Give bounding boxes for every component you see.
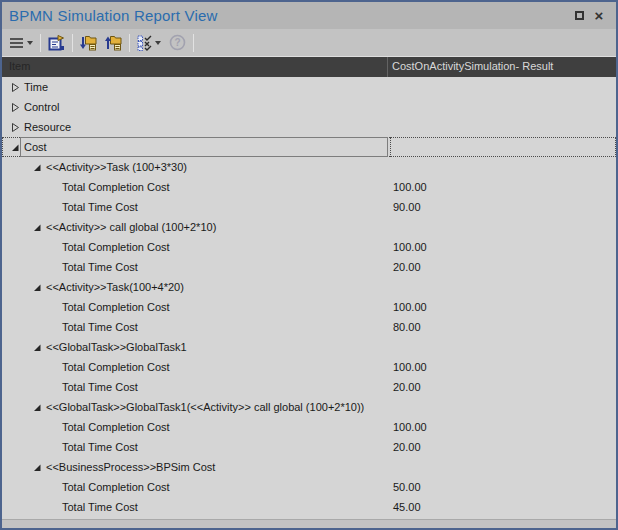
table-row[interactable]: Total Completion Cost100.00 — [2, 297, 616, 317]
toolbar-separator — [193, 34, 194, 52]
arrow-spacer — [47, 201, 59, 213]
column-header-result[interactable]: CostOnActivitySimulation- Result — [388, 57, 616, 77]
arrow-spacer — [47, 181, 59, 193]
row-label: Total Completion Cost — [62, 241, 170, 253]
table-row[interactable]: <<Activity>>Task (100+3*30) — [2, 157, 616, 177]
arrow-spacer — [47, 321, 59, 333]
arrow-spacer — [47, 421, 59, 433]
row-result-value: 100.00 — [393, 237, 427, 257]
row-label: Total Time Cost — [62, 261, 138, 273]
row-label: Total Time Cost — [62, 501, 138, 513]
row-label: <<GlobalTask>>GlobalTask1 — [46, 341, 187, 353]
folder-down-arrow-icon — [80, 35, 97, 51]
arrow-spacer — [47, 501, 59, 513]
row-result-value: 100.00 — [393, 297, 427, 317]
tree-expanded-arrow-icon[interactable] — [31, 461, 43, 473]
row-label: <<GlobalTask>>GlobalTask1(<<Activity>> c… — [46, 401, 364, 413]
arrow-spacer — [47, 241, 59, 253]
row-result-value: 45.00 — [393, 497, 421, 517]
arrow-spacer — [47, 301, 59, 313]
table-row[interactable]: Control — [2, 97, 616, 117]
table-row[interactable]: Total Completion Cost100.00 — [2, 357, 616, 377]
arrow-spacer — [47, 441, 59, 453]
row-label: Total Completion Cost — [62, 361, 170, 373]
table-row[interactable]: Total Time Cost20.00 — [2, 257, 616, 277]
table-row[interactable]: <<Activity>> call global (100+2*10) — [2, 217, 616, 237]
selected-column-divider — [390, 137, 391, 157]
row-label: Total Completion Cost — [62, 421, 170, 433]
menu-button[interactable] — [5, 32, 37, 54]
help-icon: ? — [169, 34, 186, 51]
report-rows: TimeControlResourceCost<<Activity>>Task … — [2, 77, 616, 519]
table-row[interactable]: Cost — [2, 137, 616, 157]
column-header-item[interactable]: Item — [2, 57, 388, 77]
close-button[interactable]: × — [589, 6, 609, 26]
table-row[interactable]: Total Completion Cost50.00 — [2, 477, 616, 497]
arrow-spacer — [47, 481, 59, 493]
checklist-icon — [137, 35, 152, 51]
window-title: BPMN Simulation Report View — [9, 7, 569, 24]
tree-collapsed-arrow-icon[interactable] — [9, 81, 21, 93]
row-label: Total Completion Cost — [62, 181, 170, 193]
row-result-value: 50.00 — [393, 477, 421, 497]
row-label: Total Time Cost — [62, 441, 138, 453]
bottom-strip — [2, 519, 616, 528]
table-row[interactable]: <<GlobalTask>>GlobalTask1(<<Activity>> c… — [2, 397, 616, 417]
toolbar-separator — [129, 34, 130, 52]
row-label: <<BusinessProcess>>BPSim Cost — [46, 461, 215, 473]
hamburger-icon — [9, 37, 24, 49]
row-result-value: 100.00 — [393, 177, 427, 197]
table-row[interactable]: <<GlobalTask>>GlobalTask1 — [2, 337, 616, 357]
row-label: Resource — [24, 121, 71, 133]
row-label: Total Time Cost — [62, 381, 138, 393]
open-simulation-report-button[interactable] — [44, 32, 69, 54]
table-row[interactable]: Total Time Cost90.00 — [2, 197, 616, 217]
tree-expanded-arrow-icon[interactable] — [31, 341, 43, 353]
row-result-value: 100.00 — [393, 357, 427, 377]
table-row[interactable]: Total Completion Cost100.00 — [2, 237, 616, 257]
collapse-all-button[interactable] — [101, 32, 126, 54]
tree-expanded-arrow-icon[interactable] — [31, 401, 43, 413]
table-row[interactable]: Total Completion Cost100.00 — [2, 417, 616, 437]
row-result-value: 90.00 — [393, 197, 421, 217]
title-bar: BPMN Simulation Report View × — [2, 2, 616, 29]
table-row[interactable]: Resource — [2, 117, 616, 137]
tree-expanded-arrow-icon[interactable] — [31, 161, 43, 173]
row-result-value: 80.00 — [393, 317, 421, 337]
report-icon — [48, 35, 65, 51]
toolbar-separator — [72, 34, 73, 52]
filter-options-button[interactable] — [133, 32, 165, 54]
table-row[interactable]: Total Time Cost45.00 — [2, 497, 616, 517]
tree-expanded-arrow-icon[interactable] — [31, 221, 43, 233]
bpmn-simulation-report-window: BPMN Simulation Report View × — [0, 0, 618, 530]
table-row[interactable]: <<BusinessProcess>>BPSim Cost — [2, 457, 616, 477]
row-label: Total Completion Cost — [62, 301, 170, 313]
toolbar: ? — [2, 29, 616, 57]
maximize-icon — [575, 11, 584, 20]
row-label: Total Time Cost — [62, 201, 138, 213]
row-label: Time — [24, 81, 48, 93]
close-icon: × — [595, 8, 604, 23]
caret-down-icon — [155, 41, 161, 45]
row-label: Total Completion Cost — [62, 481, 170, 493]
table-row[interactable]: Total Time Cost80.00 — [2, 317, 616, 337]
row-label: <<Activity>>Task(100+4*20) — [46, 281, 184, 293]
arrow-spacer — [47, 261, 59, 273]
expand-all-button[interactable] — [76, 32, 101, 54]
table-row[interactable]: Total Completion Cost100.00 — [2, 177, 616, 197]
arrow-spacer — [47, 361, 59, 373]
table-row[interactable]: Time — [2, 77, 616, 97]
row-result-value: 20.00 — [393, 437, 421, 457]
tree-collapsed-arrow-icon[interactable] — [9, 101, 21, 113]
tree-expanded-arrow-icon[interactable] — [31, 281, 43, 293]
column-header: Item CostOnActivitySimulation- Result — [2, 57, 616, 77]
table-row[interactable]: Total Time Cost20.00 — [2, 437, 616, 457]
table-row[interactable]: <<Activity>>Task(100+4*20) — [2, 277, 616, 297]
folder-up-arrow-icon — [105, 35, 122, 51]
tree-expanded-arrow-icon[interactable] — [9, 141, 21, 153]
help-button[interactable]: ? — [165, 32, 190, 54]
toolbar-separator — [40, 34, 41, 52]
tree-collapsed-arrow-icon[interactable] — [9, 121, 21, 133]
table-row[interactable]: Total Time Cost20.00 — [2, 377, 616, 397]
maximize-button[interactable] — [569, 6, 589, 26]
